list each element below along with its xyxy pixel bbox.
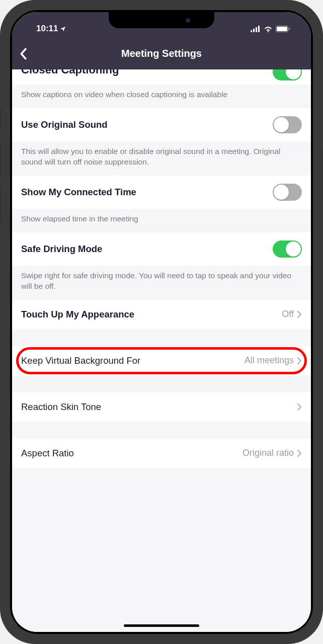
connected-time-desc: Show elapsed time in the meeting (12, 209, 311, 232)
svg-rect-6 (289, 28, 290, 30)
aspect-ratio-title: Aspect Ratio (21, 448, 74, 459)
spacer (12, 422, 311, 439)
location-icon (60, 26, 66, 32)
original-sound-title: Use Original Sound (21, 119, 108, 130)
safe-driving-title: Safe Driving Mode (21, 244, 102, 255)
reaction-skin-tone-title: Reaction Skin Tone (21, 401, 101, 413)
closed-captioning-toggle[interactable] (273, 69, 302, 80)
svg-rect-0 (251, 30, 252, 32)
svg-rect-5 (277, 27, 287, 31)
virtual-background-trailing: All meetings (245, 355, 302, 366)
page-title: Meeting Settings (12, 48, 311, 59)
aspect-ratio-trailing: Original ratio (243, 448, 302, 458)
silent-switch (0, 108, 1, 128)
row-touch-up[interactable]: Touch Up My Appearance Off (12, 300, 311, 329)
spacer (12, 375, 311, 392)
battery-icon (276, 26, 290, 32)
svg-rect-2 (256, 27, 257, 32)
original-sound-toggle[interactable] (273, 116, 302, 133)
touch-up-value: Off (282, 309, 294, 319)
settings-list[interactable]: Closed Captioning Show captions on video… (12, 69, 311, 632)
status-icons (251, 26, 297, 32)
row-closed-captioning[interactable]: Closed Captioning (12, 69, 311, 85)
aspect-ratio-value: Original ratio (243, 448, 294, 458)
row-reaction-skin-tone[interactable]: Reaction Skin Tone (12, 392, 311, 422)
volume-up-button (0, 143, 1, 179)
screen: 10:11 (12, 12, 311, 632)
safe-driving-desc: Swipe right for safe driving mode. You w… (12, 266, 311, 300)
virtual-background-value: All meetings (245, 355, 294, 366)
notch (109, 12, 214, 28)
back-button[interactable] (19, 48, 27, 60)
safe-driving-toggle[interactable] (273, 240, 302, 258)
row-original-sound[interactable]: Use Original Sound (12, 108, 311, 141)
cellular-icon (251, 26, 261, 32)
chevron-right-icon (297, 403, 302, 411)
time-text: 10:11 (36, 24, 58, 34)
phone-bezel: 10:11 (10, 10, 313, 634)
chevron-right-icon (297, 449, 302, 457)
closed-captioning-title: Closed Captioning (21, 69, 119, 76)
home-indicator[interactable] (124, 624, 199, 627)
closed-captioning-desc: Show captions on video when closed capti… (12, 85, 311, 108)
touch-up-title: Touch Up My Appearance (21, 309, 134, 320)
svg-rect-1 (253, 29, 255, 32)
chevron-left-icon (19, 48, 27, 60)
touch-up-trailing: Off (282, 309, 302, 319)
row-aspect-ratio[interactable]: Aspect Ratio Original ratio (12, 439, 311, 468)
volume-down-button (0, 186, 1, 221)
nav-bar: Meeting Settings (12, 38, 311, 69)
status-time: 10:11 (26, 24, 66, 34)
svg-rect-3 (258, 26, 260, 32)
original-sound-desc: This will allow you to enable or disable… (12, 141, 311, 176)
chevron-right-icon (297, 310, 302, 318)
connected-time-toggle[interactable] (273, 184, 302, 201)
chevron-right-icon (297, 357, 302, 365)
virtual-background-title: Keep Virtual Background For (21, 355, 140, 366)
wifi-icon (264, 26, 273, 32)
row-connected-time[interactable]: Show My Connected Time (12, 176, 311, 209)
reaction-skin-tone-trailing (297, 403, 302, 411)
connected-time-title: Show My Connected Time (21, 187, 136, 198)
phone-frame: 10:11 (0, 0, 323, 644)
row-virtual-background[interactable]: Keep Virtual Background For All meetings (12, 346, 311, 375)
row-safe-driving[interactable]: Safe Driving Mode (12, 232, 311, 266)
